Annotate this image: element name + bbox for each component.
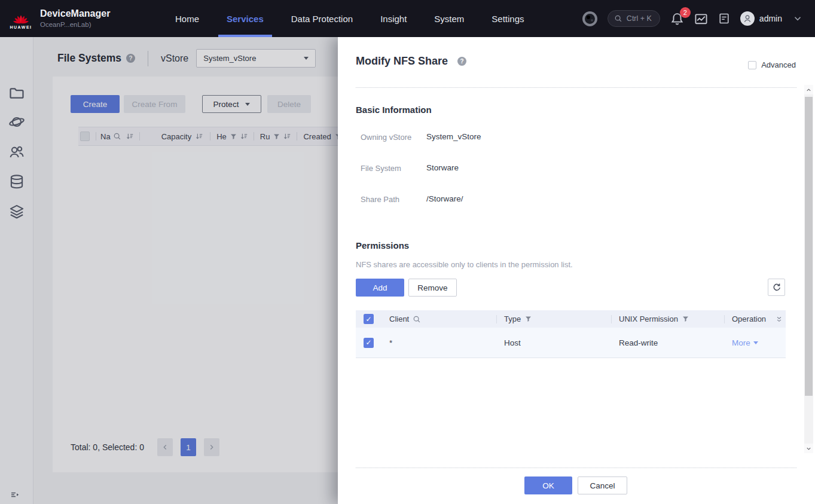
permissions-table: ✓ Client Type UNIX Permission Operation …	[356, 310, 786, 358]
remove-button[interactable]: Remove	[408, 279, 457, 297]
permission-row: ✓ * Host Read-write More	[356, 328, 786, 358]
user-name: admin	[759, 14, 782, 23]
chevron-down-icon	[792, 13, 803, 24]
column-client: Client	[389, 314, 409, 323]
advanced-checkbox[interactable]	[748, 61, 756, 69]
permissions-table-header: ✓ Client Type UNIX Permission Operation	[356, 310, 786, 328]
logo-text: HUAWEI	[8, 25, 33, 29]
more-menu-button[interactable]: More	[732, 338, 758, 347]
document-icon	[718, 13, 730, 25]
notification-badge: 2	[680, 7, 691, 18]
share-path-label: Share Path	[361, 195, 399, 204]
nav-insight[interactable]: Insight	[367, 0, 420, 37]
share-path-value: /Storware/	[426, 194, 463, 203]
add-button[interactable]: Add	[356, 279, 404, 297]
filter-icon[interactable]	[524, 315, 532, 323]
file-system-value: Storware	[426, 163, 459, 172]
scroll-up-button[interactable]	[804, 85, 813, 94]
search-shortcut: Ctrl + K	[627, 14, 652, 23]
column-unix-permission: UNIX Permission	[619, 314, 678, 323]
ok-button[interactable]: OK	[524, 476, 572, 494]
refresh-button[interactable]	[768, 279, 785, 296]
divider	[356, 468, 796, 468]
column-operation: Operation	[732, 314, 766, 323]
nav-system[interactable]: System	[420, 0, 478, 37]
drawer-title: Modify NFS Share	[356, 55, 448, 68]
global-search[interactable]: Ctrl + K	[608, 10, 660, 27]
nav-settings[interactable]: Settings	[478, 0, 538, 37]
task-log-button[interactable]	[718, 13, 730, 25]
performance-monitor-button[interactable]	[694, 12, 708, 26]
column-type: Type	[504, 314, 521, 323]
app-title: DeviceManager	[40, 8, 110, 20]
drawer-scrollbar[interactable]	[804, 85, 813, 453]
permissions-heading: Permissions	[356, 240, 409, 251]
modal-overlay	[0, 37, 338, 504]
type-value: Host	[504, 338, 521, 347]
brand: HUAWEI DeviceManager OceanP...enLab)	[0, 8, 153, 29]
top-navbar: HUAWEI DeviceManager OceanP...enLab) Hom…	[0, 0, 815, 37]
drawer-help-icon[interactable]: ?	[457, 57, 466, 66]
person-icon	[743, 14, 752, 23]
cancel-button[interactable]: Cancel	[578, 476, 627, 494]
avatar[interactable]	[740, 11, 755, 26]
user-menu-button[interactable]	[792, 13, 803, 24]
nav-services[interactable]: Services	[213, 0, 277, 37]
search-icon[interactable]	[413, 315, 421, 323]
column-settings-icon[interactable]	[775, 315, 783, 323]
client-value: *	[389, 338, 392, 347]
device-subtitle: OceanP...enLab)	[40, 21, 110, 28]
file-system-label: File System	[361, 164, 401, 173]
scroll-down-button[interactable]	[804, 444, 813, 453]
notifications-button[interactable]: 2	[670, 12, 684, 26]
divider	[356, 87, 796, 88]
filter-icon[interactable]	[682, 315, 689, 323]
nav-data-protection[interactable]: Data Protection	[277, 0, 367, 37]
owning-vstore-label: Owning vStore	[361, 133, 411, 142]
scrollbar-thumb[interactable]	[805, 97, 813, 396]
refresh-icon	[772, 283, 782, 292]
basic-info-heading: Basic Information	[356, 105, 432, 115]
row-checkbox[interactable]: ✓	[364, 338, 374, 348]
chevron-up-icon	[805, 87, 812, 93]
advanced-toggle[interactable]: Advanced	[748, 60, 796, 69]
select-all-checkbox[interactable]: ✓	[364, 314, 374, 324]
nav-home[interactable]: Home	[161, 0, 213, 37]
main-nav: Home Services Data Protection Insight Sy…	[161, 0, 538, 37]
huawei-logo-icon: HUAWEI	[8, 8, 33, 29]
chevron-down-icon	[753, 341, 758, 344]
chart-icon	[694, 12, 708, 26]
chevron-down-icon	[805, 445, 812, 452]
unix-permission-value: Read-write	[619, 338, 658, 347]
lens-icon[interactable]	[582, 11, 597, 26]
owning-vstore-value: System_vStore	[426, 132, 481, 141]
modify-nfs-share-drawer: Modify NFS Share ? Advanced Basic Inform…	[338, 37, 815, 504]
search-icon	[614, 14, 622, 23]
permissions-note: NFS shares are accessible only to client…	[356, 260, 573, 269]
advanced-label: Advanced	[761, 60, 796, 69]
